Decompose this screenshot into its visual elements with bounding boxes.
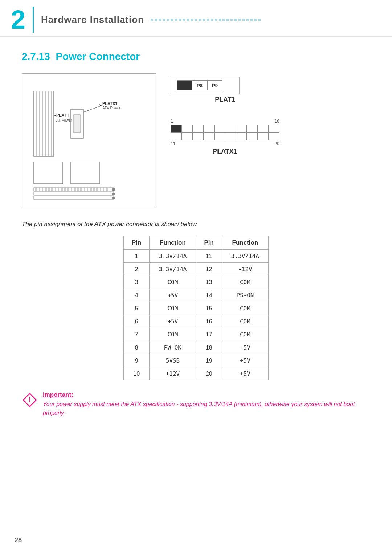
platx1-cell-2-2 bbox=[181, 132, 192, 140]
header-dot bbox=[242, 19, 245, 21]
func2-cell: COM bbox=[222, 276, 268, 289]
pin2-cell: 17 bbox=[196, 328, 222, 341]
header-dot bbox=[179, 19, 181, 21]
pin1-cell: 4 bbox=[124, 289, 150, 302]
plat1-box: P8 P9 bbox=[171, 77, 240, 94]
connector-diagram-svg: PLAT I AT Power PLATX1 ATX Power bbox=[27, 80, 151, 200]
pin1-cell: 7 bbox=[124, 328, 150, 341]
header-dot bbox=[155, 19, 157, 21]
pin-table: Pin Function Pin Function 1 3.3V/14A 11 … bbox=[123, 236, 269, 380]
header-dot bbox=[203, 19, 205, 21]
func1-cell: 5VSB bbox=[150, 354, 196, 367]
pin-table-body: 1 3.3V/14A 11 3.3V/14A 2 3.3V/14A 12 -12… bbox=[124, 250, 269, 380]
pin1-cell: 6 bbox=[124, 315, 150, 328]
intro-text: The pin assignment of the ATX power conn… bbox=[22, 221, 370, 228]
func2-cell: +5V bbox=[222, 354, 268, 367]
func1-cell: COM bbox=[150, 302, 196, 315]
plat1-diagram: P8 P9 PLAT1 bbox=[171, 77, 279, 103]
important-section: ! Important: Your power supply must meet… bbox=[22, 391, 370, 417]
header-dot bbox=[191, 19, 193, 21]
func2-cell: COM bbox=[222, 302, 268, 315]
svg-rect-17 bbox=[34, 162, 63, 184]
header-dot bbox=[222, 19, 225, 21]
pin1-cell: 3 bbox=[124, 276, 150, 289]
pin2-cell: 18 bbox=[196, 341, 222, 354]
svg-text:ATX Power: ATX Power bbox=[102, 106, 121, 110]
platx1-cell-1-9 bbox=[258, 125, 269, 132]
svg-text:PLAT I: PLAT I bbox=[56, 113, 69, 117]
important-text: Your power supply must meet the ATX spec… bbox=[43, 400, 370, 417]
header-dot bbox=[258, 19, 261, 21]
header-dot bbox=[187, 19, 189, 21]
func2-cell: -5V bbox=[222, 341, 268, 354]
table-row: 3 COM 13 COM bbox=[124, 276, 269, 289]
platx1-grid bbox=[171, 125, 279, 140]
platx1-cell-2-9 bbox=[258, 132, 269, 140]
func1-cell: 3.3V/14A bbox=[150, 250, 196, 263]
section-title: 2.7.13 Power Connector bbox=[22, 51, 392, 62]
header-dot bbox=[234, 19, 237, 21]
pin2-cell: 19 bbox=[196, 354, 222, 367]
header-dot bbox=[215, 19, 217, 21]
table-row: 6 +5V 16 COM bbox=[124, 315, 269, 328]
svg-rect-72 bbox=[34, 192, 114, 195]
pin2-cell: 11 bbox=[196, 250, 222, 263]
platx1-cell-2-1 bbox=[171, 132, 181, 140]
table-row: 4 +5V 14 PS-ON bbox=[124, 289, 269, 302]
col-pin1-header: Pin bbox=[124, 236, 150, 250]
svg-text:PLATX1: PLATX1 bbox=[102, 101, 117, 106]
pin1-cell: 9 bbox=[124, 354, 150, 367]
plat1-header-row: P8 P9 bbox=[177, 80, 233, 90]
header-dot bbox=[226, 19, 229, 21]
pin1-cell: 2 bbox=[124, 263, 150, 276]
func2-cell: 3.3V/14A bbox=[222, 250, 268, 263]
pin1-cell: 5 bbox=[124, 302, 150, 315]
pin2-cell: 15 bbox=[196, 302, 222, 315]
main-content: PLAT I AT Power PLATX1 ATX Power bbox=[22, 73, 370, 207]
platx1-cell-2-3 bbox=[192, 132, 203, 140]
pin2-cell: 13 bbox=[196, 276, 222, 289]
func2-cell: -12V bbox=[222, 263, 268, 276]
page-header: 2 Hardware Installation bbox=[0, 0, 392, 37]
header-dot bbox=[159, 19, 161, 21]
header-dot bbox=[167, 19, 169, 21]
platx1-cell-1-2 bbox=[181, 125, 192, 132]
table-row: 8 PW-OK 18 -5V bbox=[124, 341, 269, 354]
header-dot bbox=[246, 19, 249, 21]
header-dot bbox=[163, 19, 165, 21]
platx1-bottom-numbers: 11 20 bbox=[171, 141, 279, 146]
svg-rect-19 bbox=[34, 188, 114, 191]
svg-text:AT Power: AT Power bbox=[56, 118, 72, 122]
platx1-cell-2-8 bbox=[247, 132, 258, 140]
col-func1-header: Function bbox=[150, 236, 196, 250]
svg-rect-73 bbox=[112, 193, 115, 195]
svg-rect-75 bbox=[112, 197, 115, 199]
platx1-cell-1-10 bbox=[269, 125, 279, 132]
header-dot bbox=[230, 19, 233, 21]
header-dot bbox=[171, 19, 173, 21]
col-pin2-header: Pin bbox=[196, 236, 222, 250]
func1-cell: COM bbox=[150, 328, 196, 341]
platx1-cell-1-3 bbox=[192, 125, 203, 132]
platx1-row2 bbox=[171, 132, 279, 140]
platx1-diagram: 1 10 bbox=[171, 118, 279, 155]
func1-cell: +12V bbox=[150, 367, 196, 380]
svg-rect-74 bbox=[34, 196, 114, 199]
plat1-p8-label: P8 bbox=[192, 80, 207, 90]
svg-rect-71 bbox=[112, 188, 115, 191]
func1-cell: 3.3V/14A bbox=[150, 263, 196, 276]
func1-cell: +5V bbox=[150, 289, 196, 302]
chapter-dots bbox=[151, 19, 377, 21]
svg-marker-14 bbox=[99, 104, 102, 106]
chapter-title: Hardware Installation bbox=[41, 14, 144, 25]
platx1-label: PLATX1 bbox=[171, 148, 279, 155]
func2-cell: COM bbox=[222, 315, 268, 328]
pin1-cell: 10 bbox=[124, 367, 150, 380]
svg-line-13 bbox=[83, 106, 102, 112]
pin2-cell: 16 bbox=[196, 315, 222, 328]
platx1-cell-2-4 bbox=[203, 132, 214, 140]
svg-rect-18 bbox=[71, 162, 100, 184]
table-header-row: Pin Function Pin Function bbox=[124, 236, 269, 250]
svg-text:!: ! bbox=[29, 396, 31, 404]
main-diagram: PLAT I AT Power PLATX1 ATX Power bbox=[22, 73, 156, 207]
